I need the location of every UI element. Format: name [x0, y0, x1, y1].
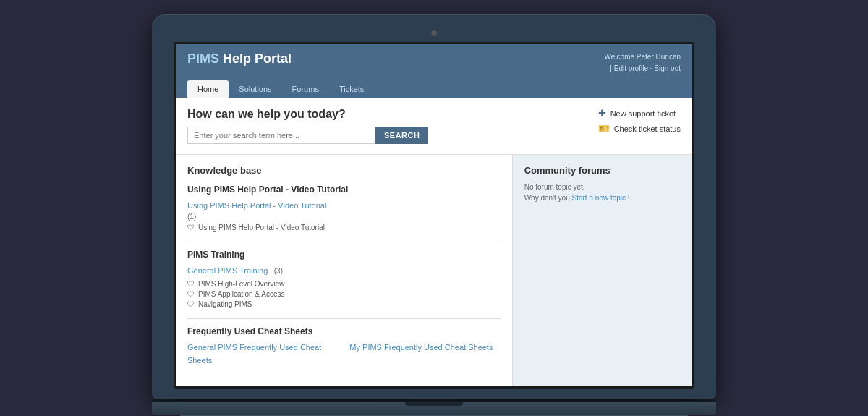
- user-links[interactable]: | Edit profile · Sign out: [605, 63, 681, 75]
- check-ticket-link[interactable]: 🎫 Check ticket status: [598, 123, 681, 134]
- invite-suffix: !: [628, 194, 630, 202]
- portal-logo: PIMS Help Portal: [187, 51, 292, 67]
- main-content: Knowledge base Using PIMS Help Portal - …: [176, 155, 692, 386]
- kb-section-heading-video: Using PIMS Help Portal - Video Tutorial: [187, 184, 501, 195]
- kb-item-access: 🛡 PIMS Application & Access: [187, 290, 501, 298]
- kb-item-video: 🛡 Using PIMS Help Portal - Video Tutoria…: [187, 224, 501, 232]
- laptop-camera: [431, 30, 437, 36]
- logo-pims: PIMS: [187, 51, 219, 66]
- nav-tabs: Home Solutions Forums Tickets: [187, 80, 681, 98]
- search-heading: How can we help you today?: [187, 108, 428, 121]
- plus-icon: ✚: [598, 108, 606, 119]
- article-icon-4: 🛡: [187, 300, 195, 308]
- kb-link-general-cheat[interactable]: General PIMS Frequently Used Cheat Sheet…: [187, 343, 321, 365]
- kb-link-training[interactable]: General PIMS Training: [187, 266, 268, 275]
- search-button[interactable]: SEARCH: [375, 127, 428, 144]
- search-bar: SEARCH: [187, 127, 428, 144]
- kb-item-label-video: Using PIMS Help Portal - Video Tutorial: [198, 224, 325, 232]
- nav-tab-tickets[interactable]: Tickets: [329, 80, 374, 98]
- divider-2: [187, 318, 501, 319]
- article-icon-3: 🛡: [187, 290, 195, 298]
- cheatsheets-col-right: My PIMS Frequently Used Cheat Sheets: [349, 340, 500, 366]
- start-topic-link[interactable]: Start a new topic: [572, 194, 626, 202]
- search-section: How can we help you today? SEARCH ✚ New …: [176, 98, 692, 155]
- kb-item-label-overview: PIMS High-Level Overview: [198, 280, 284, 288]
- laptop-screen: PIMS Help Portal Welcome Peter Duncan | …: [152, 14, 716, 399]
- screen-bezel: PIMS Help Portal Welcome Peter Duncan | …: [174, 42, 694, 389]
- search-left: How can we help you today? SEARCH: [187, 108, 428, 144]
- user-info: Welcome Peter Duncan | Edit profile · Si…: [605, 51, 681, 75]
- header-top: PIMS Help Portal Welcome Peter Duncan | …: [187, 51, 681, 80]
- welcome-text: Welcome Peter Duncan: [605, 51, 681, 63]
- search-input[interactable]: [187, 127, 375, 144]
- kb-section-training: PIMS Training General PIMS Training (3) …: [187, 250, 501, 308]
- kb-section-heading-training: PIMS Training: [187, 250, 501, 260]
- check-ticket-label: Check ticket status: [614, 124, 681, 133]
- browser-content: PIMS Help Portal Welcome Peter Duncan | …: [176, 44, 692, 386]
- kb-count-video: (1): [187, 213, 501, 221]
- nav-tab-solutions[interactable]: Solutions: [229, 80, 281, 98]
- knowledge-base: Knowledge base Using PIMS Help Portal - …: [176, 155, 513, 386]
- community-title: Community forums: [524, 165, 681, 176]
- new-ticket-label: New support ticket: [610, 109, 676, 118]
- new-ticket-link[interactable]: ✚ New support ticket: [598, 108, 681, 119]
- community-forums: Community forums No forum topic yet. Why…: [513, 155, 692, 386]
- laptop-notch: [405, 402, 463, 406]
- logo-rest: Help Portal: [223, 51, 292, 66]
- nav-tab-forums[interactable]: Forums: [282, 80, 329, 98]
- kb-section-video: Using PIMS Help Portal - Video Tutorial …: [187, 184, 501, 232]
- start-topic-text: Why don't you Start a new topic !: [524, 194, 681, 202]
- kb-link-my-cheat[interactable]: My PIMS Frequently Used Cheat Sheets: [349, 343, 493, 352]
- no-forum-text: No forum topic yet.: [524, 183, 681, 191]
- laptop-wrapper: PIMS Help Portal Welcome Peter Duncan | …: [152, 14, 716, 416]
- kb-section-heading-cheatsheets: Frequently Used Cheat Sheets: [187, 326, 501, 336]
- kb-item-label-navigating: Navigating PIMS: [198, 300, 252, 308]
- search-right: ✚ New support ticket 🎫 Check ticket stat…: [598, 108, 681, 134]
- kb-link-video[interactable]: Using PIMS Help Portal - Video Tutorial: [187, 201, 326, 210]
- article-icon-2: 🛡: [187, 280, 195, 288]
- kb-section-cheatsheets: Frequently Used Cheat Sheets General PIM…: [187, 326, 501, 366]
- nav-tab-home[interactable]: Home: [187, 80, 229, 98]
- invite-text: Why don't you: [524, 194, 570, 202]
- cheatsheets-cols: General PIMS Frequently Used Cheat Sheet…: [187, 340, 501, 366]
- laptop-base: [152, 402, 716, 415]
- cheatsheets-col-left: General PIMS Frequently Used Cheat Sheet…: [187, 340, 338, 366]
- ticket-icon: 🎫: [598, 123, 610, 134]
- divider-1: [187, 242, 501, 242]
- portal-header: PIMS Help Portal Welcome Peter Duncan | …: [176, 44, 692, 98]
- kb-title: Knowledge base: [187, 165, 501, 177]
- article-icon-1: 🛡: [187, 224, 195, 232]
- kb-item-overview: 🛡 PIMS High-Level Overview: [187, 280, 501, 288]
- kb-item-navigating: 🛡 Navigating PIMS: [187, 300, 501, 308]
- kb-count-training: (3): [274, 267, 283, 275]
- kb-item-label-access: PIMS Application & Access: [198, 290, 285, 298]
